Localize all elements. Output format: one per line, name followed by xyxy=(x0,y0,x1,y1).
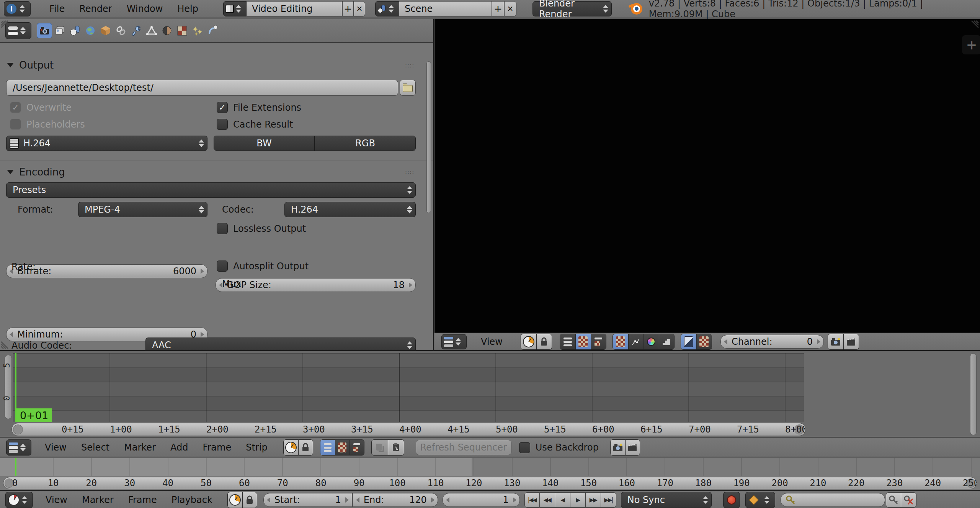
increment-arrow-icon[interactable] xyxy=(201,332,204,337)
increment-arrow-icon[interactable] xyxy=(201,269,204,274)
properties-tab-scene[interactable] xyxy=(67,23,83,38)
properties-tab-texture[interactable] xyxy=(175,23,190,38)
render-engine-dropdown[interactable]: Blender Render xyxy=(532,1,612,16)
menu-frame[interactable]: Frame xyxy=(121,495,164,505)
format-dropdown[interactable]: MPEG-4 xyxy=(78,202,207,217)
record-animation-button[interactable] xyxy=(843,334,859,349)
decrement-arrow-icon[interactable] xyxy=(724,339,727,344)
editor-type-button-info[interactable]: i xyxy=(4,1,31,16)
rewind-button[interactable]: ◀◀ xyxy=(540,492,555,508)
sequencer-channel-scrollbar[interactable]: 5 0 xyxy=(5,355,12,419)
copy-button[interactable] xyxy=(372,440,388,455)
scene-browse-button[interactable] xyxy=(375,1,399,16)
use-backdrop-checkbox-row[interactable]: ✓ Use Backdrop xyxy=(519,442,599,453)
color-mode-bw-button[interactable]: BW xyxy=(214,136,314,151)
menu-help[interactable]: Help xyxy=(170,3,206,14)
fast-forward-button[interactable]: ▶▶ xyxy=(586,492,601,508)
cache-result-checkbox-row[interactable]: ✓ Cache Result xyxy=(217,119,293,130)
file-browse-button[interactable] xyxy=(400,80,416,96)
overlay-checker-toggle[interactable] xyxy=(696,334,712,349)
menu-select[interactable]: Select xyxy=(74,442,117,453)
properties-tab-material[interactable] xyxy=(159,23,175,38)
properties-tab-physics[interactable] xyxy=(205,23,220,38)
current-frame-slider[interactable]: 1 xyxy=(443,493,520,507)
use-backdrop-checkbox[interactable]: ✓ xyxy=(519,442,530,453)
menu-add[interactable]: Add xyxy=(163,442,195,453)
menu-strip[interactable]: Strip xyxy=(238,442,274,453)
timeline-ruler-scrollbar[interactable]: 0102030405060708090100110120130140150160… xyxy=(3,477,977,489)
menu-window[interactable]: Window xyxy=(119,3,170,14)
increment-arrow-icon[interactable] xyxy=(513,497,516,503)
lossless-output-checkbox-row[interactable]: ✓ Lossless Output xyxy=(217,223,306,234)
editor-type-button-preview[interactable] xyxy=(441,334,467,349)
properties-tab-modifiers[interactable] xyxy=(129,23,144,38)
layout-add-button[interactable]: + xyxy=(342,1,354,16)
delete-keyframe-button[interactable] xyxy=(901,492,916,508)
properties-tab-particles[interactable] xyxy=(190,23,205,38)
panel-drag-dots-icon[interactable]: :::: xyxy=(405,169,414,175)
timeline-band[interactable] xyxy=(0,458,980,476)
menu-view[interactable]: View xyxy=(38,495,75,505)
menu-render[interactable]: Render xyxy=(72,3,119,14)
menu-view[interactable]: View xyxy=(38,442,74,453)
gop-size-slider[interactable]: GOP Size: 18 xyxy=(216,278,416,292)
decrement-arrow-icon[interactable] xyxy=(446,497,449,503)
current-frame-indicator-toggle[interactable] xyxy=(228,492,242,508)
view-both-toggle[interactable] xyxy=(350,440,364,455)
placeholders-checkbox-row[interactable]: ✓ Placeholders xyxy=(10,119,85,130)
menu-marker[interactable]: Marker xyxy=(75,495,121,505)
display-mode-sequencer-toggle[interactable] xyxy=(560,334,575,349)
record-animation-button[interactable] xyxy=(625,440,640,455)
file-format-dropdown[interactable]: H.264 xyxy=(6,136,207,151)
channel-slider[interactable]: Channel: 0 xyxy=(720,335,824,349)
scene-close-button[interactable]: ✕ xyxy=(504,1,516,16)
display-mode-preview-toggle[interactable] xyxy=(575,334,591,349)
properties-scrollbar[interactable] xyxy=(426,61,431,213)
placeholders-checkbox[interactable]: ✓ xyxy=(10,119,21,130)
overlay-split-toggle[interactable] xyxy=(681,334,696,349)
display-image-toggle[interactable] xyxy=(613,334,628,349)
record-button[interactable] xyxy=(723,492,740,508)
jump-to-end-button[interactable]: ▶▶| xyxy=(601,492,616,508)
layout-name-field[interactable]: Video Editing xyxy=(247,1,342,16)
properties-tab-render[interactable] xyxy=(37,23,52,38)
lock-toggle[interactable] xyxy=(536,334,552,349)
scrollbar-knob[interactable] xyxy=(13,424,23,434)
keying-set-dropdown[interactable] xyxy=(745,492,775,508)
overwrite-checkbox[interactable]: ✓ xyxy=(10,102,21,113)
lock-toggle[interactable] xyxy=(298,440,313,455)
properties-tab-constraints[interactable] xyxy=(113,23,129,38)
display-mode-both-toggle[interactable] xyxy=(591,334,606,349)
layout-close-button[interactable]: ✕ xyxy=(354,1,365,16)
increment-arrow-icon[interactable] xyxy=(817,339,820,344)
menu-file[interactable]: File xyxy=(42,3,72,14)
view-preview-toggle[interactable] xyxy=(335,440,350,455)
paste-button[interactable] xyxy=(388,440,404,455)
increment-arrow-icon[interactable] xyxy=(431,497,434,503)
autosplit-checkbox[interactable]: ✓ xyxy=(217,261,228,272)
lock-toggle[interactable] xyxy=(242,492,257,508)
menu-view[interactable]: View xyxy=(474,336,510,347)
display-histogram-toggle[interactable] xyxy=(659,334,674,349)
timeline-playhead[interactable] xyxy=(15,458,16,476)
decrement-arrow-icon[interactable] xyxy=(10,332,13,337)
active-keying-set-field[interactable] xyxy=(781,493,885,507)
start-frame-slider[interactable]: Start: 1 xyxy=(263,493,352,507)
presets-dropdown[interactable]: Presets xyxy=(6,182,416,198)
encoding-panel-header[interactable]: Encoding xyxy=(7,166,65,178)
screenshot-button[interactable] xyxy=(828,334,843,349)
properties-tab-object[interactable] xyxy=(98,23,113,38)
view-sequencer-toggle[interactable] xyxy=(320,440,335,455)
bitrate-slider[interactable]: Bitrate: 6000 xyxy=(6,264,207,278)
increment-arrow-icon[interactable] xyxy=(409,282,412,288)
color-mode-rgb-button[interactable]: RGB xyxy=(314,136,415,151)
end-frame-slider[interactable]: End: 120 xyxy=(352,493,438,507)
properties-tab-render-layers[interactable] xyxy=(52,23,67,38)
panel-drag-dots-icon[interactable]: :::: xyxy=(405,62,414,69)
overwrite-checkbox-row[interactable]: ✓ Overwrite xyxy=(10,102,72,113)
scene-add-button[interactable]: + xyxy=(492,1,504,16)
current-frame-indicator-toggle[interactable] xyxy=(521,334,536,349)
properties-tab-object-data[interactable] xyxy=(144,23,159,38)
sequencer-strip-canvas[interactable] xyxy=(13,353,804,422)
file-extensions-checkbox-row[interactable]: ✓ File Extensions xyxy=(217,102,301,113)
